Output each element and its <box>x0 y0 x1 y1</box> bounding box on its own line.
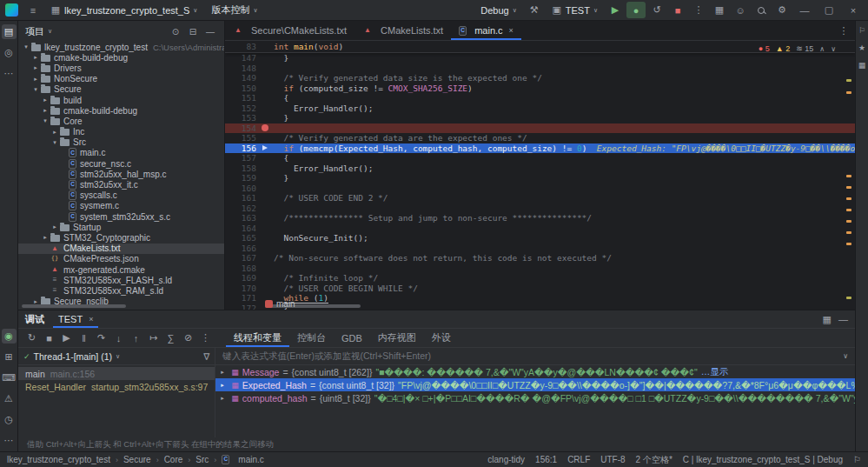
stripe-mark[interactable] <box>846 231 851 234</box>
step-out-icon[interactable]: ↑ <box>128 330 144 346</box>
code-line[interactable]: 170 /* USER CODE BEGIN WHILE */ <box>225 284 855 294</box>
chevron-right-icon[interactable]: ▸ <box>221 369 228 376</box>
caret-position[interactable]: 156:1 <box>535 455 557 464</box>
hide-panel-icon[interactable]: — <box>838 314 848 325</box>
project-widget[interactable]: ▦ lkey_trustzone_crypto_test_S ∨ <box>44 2 203 18</box>
maximize-icon[interactable]: ▢ <box>818 2 840 18</box>
problems-tool-icon[interactable]: ⚠ <box>2 391 17 406</box>
device-layout-icon[interactable]: ▦ <box>857 59 868 70</box>
clang-tidy-status[interactable]: clang-tidy <box>487 455 525 464</box>
chevron-right-icon[interactable]: ▸ <box>221 382 228 389</box>
debug-tool-title[interactable]: 调试 <box>25 313 44 326</box>
tree-chevron-icon[interactable]: ▾ <box>50 139 59 146</box>
close-session-icon[interactable]: × <box>89 315 93 324</box>
account-icon[interactable]: ☺ <box>731 2 750 18</box>
code-line[interactable]: 158 Error_Handler(); <box>225 163 855 174</box>
hide-panel-icon[interactable]: — <box>203 27 217 37</box>
debug-view-tab[interactable]: 控制台 <box>289 329 334 347</box>
next-problem-icon[interactable]: ∨ <box>831 45 836 53</box>
status-breadcrumb[interactable]: lkey_trustzone_crypto_test <box>7 455 110 464</box>
tree-item[interactable]: ▸cmake-build-debug <box>18 105 224 116</box>
stripe-mark[interactable] <box>846 220 851 223</box>
stripe-mark[interactable] <box>846 79 851 82</box>
chevron-down-icon[interactable]: ∨ <box>843 352 848 360</box>
tree-item[interactable]: ▾Secure <box>18 84 224 95</box>
tree-item[interactable]: ▲CMakeLists.txt <box>18 244 224 254</box>
tree-item[interactable]: {}CMakePresets.json <box>18 254 224 264</box>
stripe-mark[interactable] <box>846 175 851 177</box>
tab-options-icon[interactable]: ⋮ <box>836 25 851 37</box>
filter-funnel-icon[interactable]: ∇ <box>203 351 209 362</box>
code-line[interactable]: 168 <box>225 264 855 274</box>
code-line[interactable]: 165 NonSecure_Init(); <box>225 233 855 244</box>
debug-view-tab[interactable]: GDB <box>334 329 370 347</box>
line-separator-status[interactable]: CRLF <box>567 455 590 464</box>
debug-view-tab[interactable]: 线程和变量 <box>226 329 289 347</box>
variable-row[interactable]: ▸▦Message={const uint8_t [262]}"■����: �… <box>215 365 855 378</box>
error-stripe[interactable] <box>845 53 853 310</box>
more-options-icon[interactable]: ⋮ <box>197 330 214 346</box>
code-line[interactable]: 167/* Non-secure software does not retur… <box>225 253 855 264</box>
layout-settings-icon[interactable]: ▦ <box>823 314 832 325</box>
code-line[interactable]: 154 <box>225 123 855 134</box>
code-line[interactable]: 160 <box>225 183 855 194</box>
variable-row[interactable]: ▸▦computed_hash={uint8_t [32]}"�□4□|�× □… <box>215 391 855 404</box>
debug-tool-icon[interactable]: ◉ <box>2 329 17 344</box>
code-line[interactable]: 163 /*************** Setup and jump to n… <box>225 213 855 223</box>
stripe-mark[interactable] <box>846 91 851 94</box>
tree-chevron-icon[interactable]: ▸ <box>41 107 50 114</box>
code-line[interactable]: 169 /* Infinite loop */ <box>225 273 855 284</box>
stack-frame[interactable]: mainmain.c:156 <box>18 367 215 380</box>
more-actions-icon[interactable]: ⋮ <box>689 2 708 18</box>
notifications-icon[interactable]: ⚐ <box>853 455 861 464</box>
collapse-all-icon[interactable]: ⊟ <box>186 27 200 37</box>
code-line[interactable]: 161 /* USER CODE END 2 */ <box>225 193 855 203</box>
stripe-mark[interactable] <box>846 186 851 189</box>
stripe-mark[interactable] <box>846 243 851 245</box>
debug-view-tab[interactable]: 外设 <box>424 329 459 347</box>
tree-chevron-icon[interactable]: ▸ <box>50 223 59 230</box>
layout-icon[interactable]: ▦ <box>710 2 729 18</box>
project-panel-hscrollbar[interactable] <box>22 304 126 308</box>
indent-status[interactable]: 2 个空格* <box>636 454 673 466</box>
code-line[interactable]: 147 } <box>225 53 855 63</box>
code-line[interactable]: 157 { <box>225 153 855 163</box>
code-line[interactable]: 151 { <box>225 93 855 103</box>
code-line[interactable]: 148 <box>225 63 855 74</box>
debug-bug-icon[interactable]: ● <box>626 2 646 18</box>
tree-item[interactable]: ≡STM32U585xx_RAM_s.ld <box>18 285 224 296</box>
mute-breakpoints-icon[interactable]: ⊘ <box>180 330 196 346</box>
code-line[interactable]: 162 <box>225 203 855 214</box>
tree-item[interactable]: Cstm32u5xx_hal_msp.c <box>18 169 224 179</box>
code-line[interactable]: 155 /* Verify generated data are the exp… <box>225 133 855 143</box>
meatballs-menu-icon[interactable]: ⋯ <box>2 433 17 448</box>
stripe-mark[interactable] <box>846 209 851 211</box>
run-config-selector[interactable]: ▣ TEST ∨ <box>546 2 604 18</box>
tree-chevron-icon[interactable]: ▾ <box>41 117 50 124</box>
rerun-icon[interactable]: ↻ <box>23 330 40 346</box>
breakpoint-icon[interactable] <box>262 124 268 131</box>
build-hammer-icon[interactable]: ⚒ <box>525 2 544 18</box>
evaluate-input[interactable]: 键入表达式求值(Enter)或添加监视(Ctrl+Shift+Enter) ∨ <box>215 348 855 365</box>
tree-item[interactable]: ▸cmake-build-debug <box>18 52 224 63</box>
prev-problem-icon[interactable]: ∧ <box>819 45 825 53</box>
editor-tab[interactable]: ▲CMakeLists.txt <box>354 21 451 40</box>
tree-item[interactable]: Csyscalls.c <box>18 190 224 201</box>
todo-tool-icon[interactable]: ◷ <box>2 412 17 427</box>
thread-selector[interactable]: ✓ Thread-1-[main] (1) ∨ ∇ <box>18 348 215 365</box>
status-breadcrumb[interactable]: Core <box>164 455 183 464</box>
tree-chevron-icon[interactable]: ▸ <box>41 234 50 241</box>
tree-item[interactable]: ▸build <box>18 95 224 105</box>
tree-chevron-icon[interactable]: ▸ <box>41 97 50 103</box>
notifications-icon[interactable]: ⚐ <box>857 24 868 36</box>
tree-chevron-icon[interactable]: ▸ <box>50 129 59 136</box>
terminal-tool-icon[interactable]: ⌨ <box>2 370 17 385</box>
tree-item[interactable]: ▲mx-generated.cmake <box>18 264 224 275</box>
cmake-profile-selector[interactable]: Debug ∨ <box>474 2 523 18</box>
stack-frame[interactable]: Reset_Handlerstartup_stm32u585xx_s.s:97 <box>18 380 215 393</box>
tree-item[interactable]: ▾Src <box>18 137 224 148</box>
ai-assistant-icon[interactable]: ★ <box>857 42 868 53</box>
restart-icon[interactable]: ↺ <box>647 2 666 18</box>
project-tool-icon[interactable]: ▤ <box>2 24 17 39</box>
show-more-link[interactable]: …显示 <box>701 366 729 378</box>
